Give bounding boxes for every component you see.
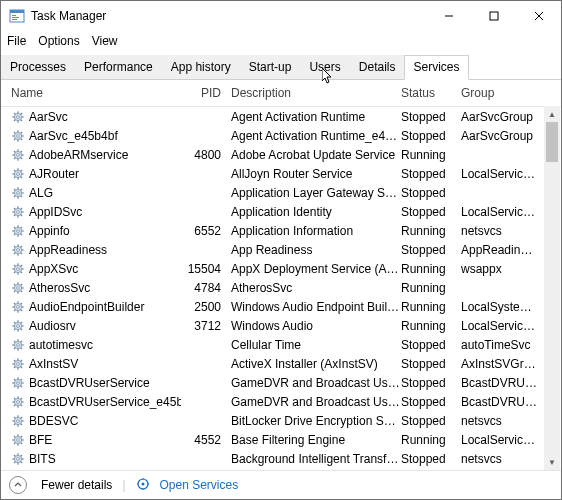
svg-line-187 (21, 435, 22, 436)
svg-point-150 (17, 381, 20, 384)
gear-icon (11, 224, 25, 238)
table-row[interactable]: AppIDSvcApplication IdentityStoppedLocal… (1, 202, 561, 221)
table-row[interactable]: BcastDVRUserServiceGameDVR and Broadcast… (1, 373, 561, 392)
scroll-thumb[interactable] (546, 122, 558, 162)
service-desc: AppX Deployment Service (AppXSVC) (231, 262, 401, 276)
table-row[interactable]: AudioEndpointBuilder2500Windows Audio En… (1, 297, 561, 316)
table-row[interactable]: AtherosSvc4784AtherosSvcRunning (1, 278, 561, 297)
tab-users[interactable]: Users (300, 55, 349, 79)
tab-performance[interactable]: Performance (75, 55, 162, 79)
gear-icon (11, 357, 25, 371)
service-group: AppReadiness (461, 243, 539, 257)
table-row[interactable]: BDESVCBitLocker Drive Encryption Service… (1, 411, 561, 430)
svg-line-146 (21, 366, 22, 367)
svg-line-65 (14, 207, 15, 208)
vertical-scrollbar[interactable]: ▲ ▼ (544, 106, 560, 470)
table-row[interactable]: BFE4552Base Filtering EngineRunningLocal… (1, 430, 561, 449)
service-status: Stopped (401, 395, 461, 409)
column-header-name[interactable]: Name (7, 86, 181, 100)
service-pid: 4552 (181, 433, 231, 447)
table-row[interactable]: AppReadinessApp ReadinessStoppedAppReadi… (1, 240, 561, 259)
service-group: netsvcs (461, 414, 539, 428)
menu-file[interactable]: File (7, 34, 26, 48)
service-name: AxInstSV (29, 357, 78, 371)
scroll-down-icon[interactable]: ▼ (544, 454, 560, 470)
table-row[interactable]: AJRouterAllJoyn Router ServiceStoppedLoc… (1, 164, 561, 183)
service-pid: 4800 (181, 148, 231, 162)
svg-line-116 (21, 309, 22, 310)
table-row[interactable]: BluetoothUserServiceBluetooth User Suppo… (1, 468, 561, 470)
close-button[interactable] (516, 1, 561, 31)
svg-line-168 (14, 404, 15, 405)
svg-line-98 (14, 271, 15, 272)
service-desc: ActiveX Installer (AxInstSV) (231, 357, 401, 371)
gear-icon (11, 338, 25, 352)
svg-line-16 (21, 119, 22, 120)
gear-icon (11, 129, 25, 143)
service-status: Stopped (401, 205, 461, 219)
tab-details[interactable]: Details (350, 55, 405, 79)
svg-line-185 (14, 435, 15, 436)
table-row[interactable]: BITSBackground Intelligent Transfer Serv… (1, 449, 561, 468)
column-header-status[interactable]: Status (401, 86, 461, 100)
table-row[interactable]: AdobeARMservice4800Adobe Acrobat Update … (1, 145, 561, 164)
menu-view[interactable]: View (92, 34, 118, 48)
svg-line-145 (14, 359, 15, 360)
gear-icon (11, 414, 25, 428)
svg-line-106 (21, 290, 22, 291)
tab-startup[interactable]: Start-up (240, 55, 301, 79)
svg-line-155 (14, 378, 15, 379)
table-row[interactable]: AarSvc_e45b4bfAgent Activation Runtime_e… (1, 126, 561, 145)
menu-options[interactable]: Options (38, 34, 79, 48)
service-name: ALG (29, 186, 53, 200)
service-status: Stopped (401, 129, 461, 143)
gear-icon (11, 300, 25, 314)
table-row[interactable]: Appinfo6552Application InformationRunnin… (1, 221, 561, 240)
svg-line-177 (21, 416, 22, 417)
table-row[interactable]: Audiosrv3712Windows AudioRunningLocalSer… (1, 316, 561, 335)
column-header-desc[interactable]: Description (231, 86, 401, 100)
svg-line-196 (21, 461, 22, 462)
service-name: Audiosrv (29, 319, 76, 333)
collapse-icon[interactable] (9, 476, 27, 494)
svg-line-15 (14, 112, 15, 113)
service-group: LocalServiceN... (461, 205, 539, 219)
service-status: Stopped (401, 167, 461, 181)
svg-line-78 (14, 233, 15, 234)
svg-line-136 (21, 347, 22, 348)
svg-line-95 (14, 264, 15, 265)
scroll-up-icon[interactable]: ▲ (544, 106, 560, 122)
table-row[interactable]: autotimesvcCellular TimeStoppedautoTimeS… (1, 335, 561, 354)
tab-processes[interactable]: Processes (1, 55, 75, 79)
tab-app-history[interactable]: App history (162, 55, 240, 79)
table-row[interactable]: AarSvcAgent Activation RuntimeStoppedAar… (1, 107, 561, 126)
svg-line-105 (14, 283, 15, 284)
column-header-group[interactable]: Group (461, 86, 539, 100)
service-name: BITS (29, 452, 56, 466)
svg-line-107 (21, 283, 22, 284)
fewer-details-link[interactable]: Fewer details (41, 478, 112, 492)
footer-bar: Fewer details | Open Services (1, 470, 561, 499)
open-services-link[interactable]: Open Services (160, 478, 239, 492)
svg-point-110 (17, 305, 20, 308)
service-name: AdobeARMservice (29, 148, 128, 162)
service-name: AppIDSvc (29, 205, 82, 219)
tab-services[interactable]: Services (404, 55, 468, 80)
table-row[interactable]: BcastDVRUserService_e45b...GameDVR and B… (1, 392, 561, 411)
minimize-button[interactable] (426, 1, 471, 31)
svg-line-118 (14, 309, 15, 310)
column-header-pid[interactable]: PID (181, 86, 231, 100)
gear-icon (11, 395, 25, 409)
svg-line-175 (14, 416, 15, 417)
table-row[interactable]: AppXSvc15504AppX Deployment Service (App… (1, 259, 561, 278)
table-row[interactable]: ALGApplication Layer Gateway ServiceStop… (1, 183, 561, 202)
svg-line-47 (21, 169, 22, 170)
tab-bar: Processes Performance App history Start-… (1, 55, 561, 80)
maximize-button[interactable] (471, 1, 516, 31)
gear-icon (11, 262, 25, 276)
service-desc: AllJoyn Router Service (231, 167, 401, 181)
table-row[interactable]: AxInstSVActiveX Installer (AxInstSV)Stop… (1, 354, 561, 373)
svg-line-195 (14, 454, 15, 455)
service-desc: Windows Audio (231, 319, 401, 333)
svg-line-117 (21, 302, 22, 303)
